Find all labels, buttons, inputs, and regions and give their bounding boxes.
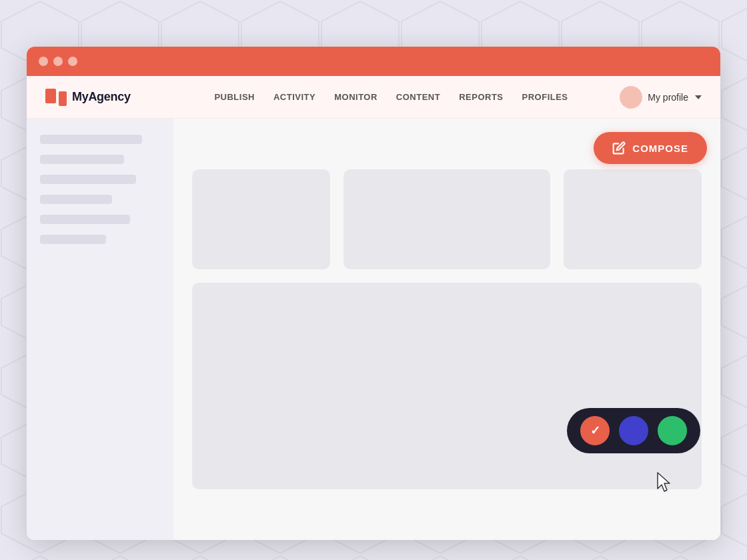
card-large (192, 283, 702, 489)
logo-block-right (59, 91, 67, 106)
sidebar-item[interactable] (40, 235, 106, 244)
tooltip-dot-green[interactable] (658, 416, 687, 445)
pencil-icon (612, 141, 626, 155)
card-3 (564, 169, 702, 269)
tooltip-dot-red[interactable]: ✓ (580, 416, 610, 445)
sidebar (27, 119, 173, 540)
card-2 (343, 169, 550, 269)
avatar (620, 86, 642, 109)
compose-label: COMPOSE (632, 143, 688, 154)
sidebar-item[interactable] (40, 135, 142, 144)
nav-link-profiles[interactable]: PROFILES (522, 92, 568, 102)
sidebar-item[interactable] (40, 215, 130, 224)
nav-link-activity[interactable]: ACTIVITY (273, 92, 315, 102)
nav-links: PUBLISH ACTIVITY MONITOR CONTENT REPORTS… (163, 92, 620, 102)
logo-text: MyAgency (72, 90, 131, 104)
nav-link-publish[interactable]: PUBLISH (214, 92, 255, 102)
profile-menu[interactable]: My profile (620, 86, 702, 109)
profile-label: My profile (648, 92, 688, 103)
card-1 (192, 169, 330, 269)
browser-window: MyAgency PUBLISH ACTIVITY MONITOR CONTEN… (27, 47, 720, 540)
tooltip-dot-blue[interactable] (619, 416, 648, 445)
nav-link-content[interactable]: CONTENT (396, 92, 440, 102)
sidebar-item[interactable] (40, 155, 124, 164)
window-dot-close[interactable] (39, 57, 48, 66)
compose-button[interactable]: COMPOSE (594, 132, 707, 164)
sidebar-item[interactable] (40, 195, 112, 204)
sidebar-item[interactable] (40, 175, 136, 184)
content-area: COMPOSE ✓ (173, 119, 720, 540)
nav-bar: MyAgency PUBLISH ACTIVITY MONITOR CONTEN… (27, 76, 720, 119)
logo-block-left (45, 89, 56, 103)
tooltip-bar: ✓ (567, 408, 700, 453)
main-area: COMPOSE ✓ (27, 119, 720, 540)
nav-link-reports[interactable]: REPORTS (459, 92, 503, 102)
window-dot-maximize[interactable] (68, 57, 77, 66)
chevron-down-icon (695, 95, 702, 99)
logo: MyAgency (45, 89, 131, 106)
window-dot-minimize[interactable] (53, 57, 63, 66)
title-bar (27, 47, 720, 76)
logo-icon (45, 89, 67, 106)
card-row (192, 169, 702, 269)
check-icon: ✓ (590, 423, 600, 438)
nav-link-monitor[interactable]: MONITOR (334, 92, 378, 102)
